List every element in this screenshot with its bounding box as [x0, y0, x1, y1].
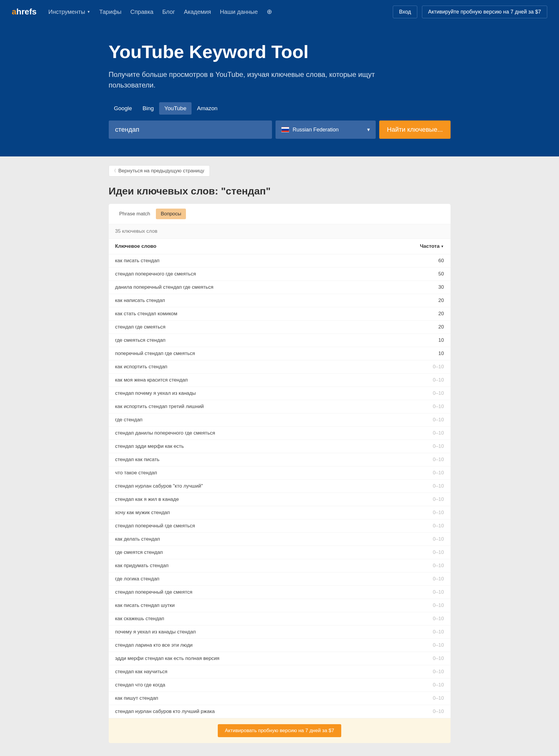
keyword-cell: стендап нурлан сабуров кто лучший ржака — [115, 709, 409, 714]
table-row[interactable]: где стендап0–10 — [109, 413, 451, 427]
table-row[interactable]: стендап почему я уехал из канады0–10 — [109, 387, 451, 400]
country-select[interactable]: Russian Federation ▾ — [275, 120, 376, 139]
table-body: как писать стендап60стендап поперечного … — [109, 254, 451, 718]
search-engine-tabs: Google Bing YouTube Amazon — [109, 102, 451, 115]
language-icon[interactable]: ⊕ — [267, 8, 272, 16]
volume-cell: 50 — [409, 271, 444, 277]
back-button[interactable]: 〈 Вернуться на предыдущую страницу — [109, 165, 210, 177]
volume-cell: 10 — [409, 350, 444, 357]
results-panel: Phrase match Вопросы 35 ключевых слов Кл… — [109, 204, 451, 743]
table-row[interactable]: хочу как мужик стендап0–10 — [109, 506, 451, 520]
keyword-cell: эдди мерфи стендап как есть полная верси… — [115, 656, 409, 661]
table-row[interactable]: эдди мерфи стендап как есть полная верси… — [109, 652, 451, 665]
table-row[interactable]: как придумать стендап0–10 — [109, 559, 451, 572]
table-row[interactable]: где смеяться стендап10 — [109, 334, 451, 347]
table-row[interactable]: как моя жена красится стендап0–10 — [109, 373, 451, 387]
content-section: 〈 Вернуться на предыдущую страницу Идеи … — [0, 157, 559, 755]
table-row[interactable]: стендап нурлан сабуров кто лучший ржака0… — [109, 705, 451, 718]
keyword-cell: где смеяться стендап — [115, 337, 409, 343]
nav-pricing[interactable]: Тарифы — [99, 8, 122, 15]
logo-a: a — [12, 7, 17, 16]
flag-icon — [282, 127, 289, 132]
tab-amazon[interactable]: Amazon — [192, 102, 223, 115]
logo-rest: hrefs — [17, 7, 37, 16]
logo[interactable]: ahrefs — [12, 7, 37, 17]
cta-trial-button[interactable]: Активировать пробную версию на 7 дней за… — [218, 724, 341, 737]
nav-tools[interactable]: Инструменты ▼ — [48, 8, 90, 15]
volume-cell: 0–10 — [409, 377, 444, 383]
keyword-cell: стендап где смеяться — [115, 324, 409, 330]
volume-cell: 0–10 — [409, 709, 444, 714]
keyword-cell: как скажешь стендап — [115, 616, 409, 622]
nav-academy[interactable]: Академия — [184, 8, 211, 15]
table-row[interactable]: стендап данилы поперечного где смеяться0… — [109, 427, 451, 440]
table-row[interactable]: как скажешь стендап0–10 — [109, 612, 451, 625]
volume-cell: 0–10 — [409, 589, 444, 595]
volume-cell: 0–10 — [409, 656, 444, 661]
table-row[interactable]: стендап как я жил в канаде0–10 — [109, 493, 451, 506]
volume-cell: 0–10 — [409, 510, 444, 516]
table-row[interactable]: как пишут стендап0–10 — [109, 692, 451, 705]
table-row[interactable]: стендап как писать0–10 — [109, 453, 451, 466]
login-button[interactable]: Вход — [393, 6, 417, 18]
table-row[interactable]: как испортить стендап третий лишний0–10 — [109, 400, 451, 413]
table-row[interactable]: стендап поперечного где смеяться50 — [109, 268, 451, 281]
table-row[interactable]: стендап поперечный где смеятся0–10 — [109, 586, 451, 599]
main-nav: Инструменты ▼ Тарифы Справка Блог Академ… — [48, 8, 393, 16]
table-row[interactable]: как написать стендап20 — [109, 294, 451, 307]
main-header: ahrefs Инструменты ▼ Тарифы Справка Блог… — [0, 0, 559, 24]
table-row[interactable]: как делать стендап0–10 — [109, 533, 451, 546]
table-row[interactable]: что такое стендап0–10 — [109, 466, 451, 480]
nav-tools-label: Инструменты — [48, 8, 85, 15]
volume-cell: 0–10 — [409, 430, 444, 436]
table-row[interactable]: стендап ларина кто все эти люди0–10 — [109, 639, 451, 652]
table-row[interactable]: почему я уехал из канады стендап0–10 — [109, 625, 451, 639]
table-row[interactable]: стендап поперечный где смеяться0–10 — [109, 520, 451, 533]
table-row[interactable]: стендап что где когда0–10 — [109, 679, 451, 692]
filter-phrase-match[interactable]: Phrase match — [115, 209, 155, 219]
volume-cell: 0–10 — [409, 616, 444, 622]
table-row[interactable]: поперечный стендап где смеяться10 — [109, 347, 451, 360]
table-row[interactable]: стендап как научиться0–10 — [109, 665, 451, 679]
tab-youtube[interactable]: YouTube — [159, 102, 192, 115]
keyword-cell: где логика стендап — [115, 576, 409, 582]
table-row[interactable]: как испортить стендап0–10 — [109, 360, 451, 373]
keyword-cell: стендап как научиться — [115, 669, 409, 675]
chevron-down-icon: ▼ — [87, 10, 90, 14]
table-row[interactable]: стендап эдди мерфи как есть0–10 — [109, 440, 451, 453]
column-volume-label: Частота — [420, 243, 440, 249]
volume-cell: 0–10 — [409, 417, 444, 423]
column-volume[interactable]: Частота ▼ — [409, 243, 444, 249]
keyword-cell: стендап почему я уехал из канады — [115, 390, 409, 396]
tab-google[interactable]: Google — [109, 102, 137, 115]
keyword-cell: как моя жена красится стендап — [115, 377, 409, 383]
volume-cell: 60 — [409, 258, 444, 264]
table-row[interactable]: как писать стендап шутки0–10 — [109, 599, 451, 612]
volume-cell: 0–10 — [409, 576, 444, 582]
table-row[interactable]: стендап где смеяться20 — [109, 321, 451, 334]
keyword-cell: как писать стендап — [115, 258, 409, 264]
table-row[interactable]: где логика стендап0–10 — [109, 572, 451, 586]
table-row[interactable]: где смеятся стендап0–10 — [109, 546, 451, 559]
table-row[interactable]: как стать стендап комиком20 — [109, 307, 451, 321]
keyword-cell: стендап поперечный где смеятся — [115, 589, 409, 595]
column-keyword[interactable]: Ключевое слово — [115, 243, 409, 249]
table-row[interactable]: данила поперечный стендап где смеяться30 — [109, 281, 451, 294]
nav-blog[interactable]: Блог — [162, 8, 175, 15]
nav-help[interactable]: Справка — [130, 8, 153, 15]
chevron-left-icon: 〈 — [112, 168, 116, 174]
trial-button[interactable]: Активируйте пробную версию на 7 дней за … — [422, 6, 547, 18]
table-row[interactable]: стендап нурлан сабуров "кто лучший"0–10 — [109, 480, 451, 493]
keyword-input[interactable] — [109, 120, 272, 139]
cta-row: Активировать пробную версию на 7 дней за… — [109, 718, 451, 743]
tab-bing[interactable]: Bing — [137, 102, 159, 115]
volume-cell: 0–10 — [409, 563, 444, 569]
nav-data[interactable]: Наши данные — [220, 8, 258, 15]
volume-cell: 0–10 — [409, 364, 444, 370]
volume-cell: 0–10 — [409, 629, 444, 635]
volume-cell: 0–10 — [409, 549, 444, 555]
search-button[interactable]: Найти ключевые... — [379, 120, 450, 139]
filter-questions[interactable]: Вопросы — [156, 209, 186, 219]
keyword-cell: как написать стендап — [115, 298, 409, 303]
table-row[interactable]: как писать стендап60 — [109, 254, 451, 268]
